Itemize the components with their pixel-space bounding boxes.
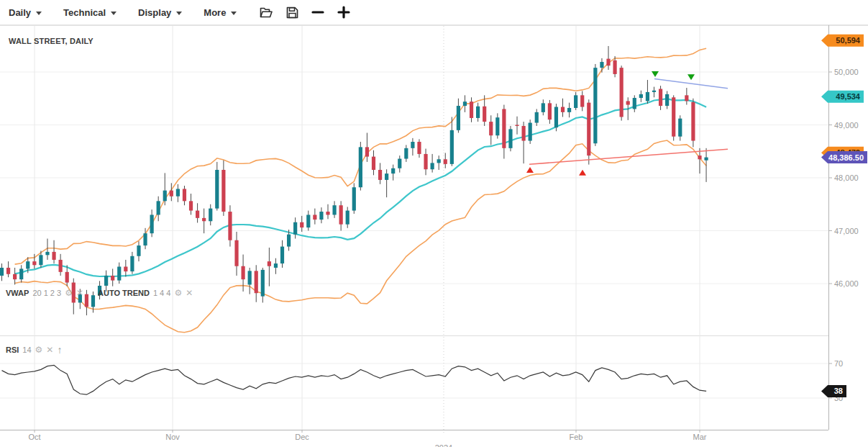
svg-text:Nov: Nov (165, 433, 180, 441)
trading-app-window: Daily Technical Display More (0, 0, 868, 447)
gear-icon[interactable]: ⚙ (174, 289, 182, 297)
svg-text:46,000: 46,000 (834, 279, 859, 288)
vwap-label: VWAP (6, 289, 29, 297)
svg-text:Mar: Mar (693, 433, 707, 441)
svg-text:70: 70 (834, 359, 843, 368)
svg-text:49,000: 49,000 (834, 121, 859, 130)
arrow-up-icon[interactable]: ↑ (57, 345, 62, 355)
auto-trend-label: AUTO TREND (98, 289, 150, 297)
svg-text:Dec: Dec (295, 433, 309, 441)
auto-trend-params: 1 4 4 (153, 289, 170, 297)
chart-canvas[interactable]: 50,00049,00048,00047,00046,0007030OctNov… (0, 0, 868, 447)
svg-text:47,000: 47,000 (834, 227, 859, 235)
svg-text:Feb: Feb (570, 433, 583, 441)
close-icon[interactable]: ✕ (46, 346, 53, 354)
vwap-params: 20 1 2 3 (32, 289, 61, 297)
gear-icon[interactable]: ⚙ (65, 289, 73, 297)
svg-text:50,000: 50,000 (834, 68, 859, 76)
svg-text:48,000: 48,000 (834, 173, 859, 182)
vwap-legend-row: VWAP 20 1 2 3 ⚙ ✕ AUTO TREND 1 4 4 ⚙ ✕ (6, 289, 193, 297)
svg-text:48,386.50: 48,386.50 (828, 153, 864, 162)
svg-text:49,534: 49,534 (836, 92, 861, 101)
chart-title: WALL STREET, DAILY (9, 37, 93, 45)
rsi-legend-row: RSI 14 ⚙ ✕ ↑ (6, 345, 62, 355)
rsi-label: RSI (6, 346, 19, 354)
svg-text:Oct: Oct (28, 433, 40, 441)
close-icon[interactable]: ✕ (76, 289, 83, 297)
svg-text:50,594: 50,594 (836, 36, 861, 45)
svg-text:38: 38 (834, 387, 843, 395)
svg-text:2024: 2024 (435, 443, 452, 447)
rsi-params: 14 (22, 346, 31, 354)
gear-icon[interactable]: ⚙ (35, 346, 43, 354)
close-icon[interactable]: ✕ (186, 289, 193, 297)
